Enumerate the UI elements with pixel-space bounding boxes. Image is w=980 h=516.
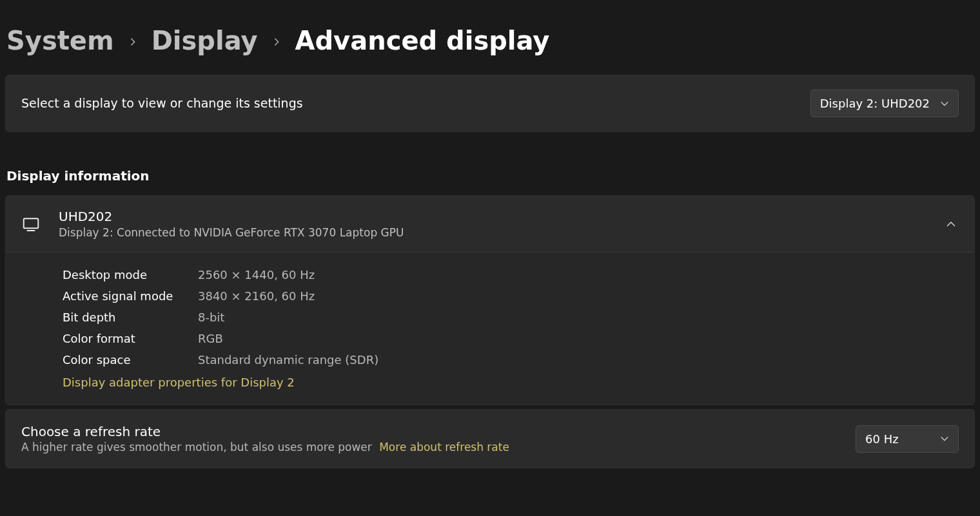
select-display-label: Select a display to view or change its s…	[21, 96, 798, 110]
chevron-down-icon	[940, 434, 949, 443]
detail-value: 2560 × 1440, 60 Hz	[198, 268, 315, 282]
refresh-rate-card: Choose a refresh rate A higher rate give…	[5, 409, 975, 468]
detail-row-bit-depth: Bit depth 8-bit	[63, 307, 959, 328]
detail-row-color-space: Color space Standard dynamic range (SDR)	[63, 349, 959, 370]
detail-row-active-signal-mode: Active signal mode 3840 × 2160, 60 Hz	[63, 285, 959, 307]
detail-value: 8-bit	[198, 311, 224, 324]
detail-row-color-format: Color format RGB	[63, 328, 959, 349]
refresh-rate-subtitle: A higher rate gives smoother motion, but…	[21, 441, 843, 454]
detail-label: Color space	[63, 353, 198, 367]
detail-label: Active signal mode	[63, 289, 198, 303]
detail-label: Bit depth	[63, 311, 198, 324]
detail-label: Color format	[63, 332, 198, 345]
refresh-rate-dropdown[interactable]: 60 Hz	[856, 425, 959, 453]
refresh-rate-title: Choose a refresh rate	[21, 424, 843, 439]
refresh-rate-learn-more-link[interactable]: More about refresh rate	[379, 441, 509, 454]
select-display-card: Select a display to view or change its s…	[5, 75, 975, 132]
detail-value: 3840 × 2160, 60 Hz	[198, 289, 315, 303]
display-select-dropdown[interactable]: Display 2: UHD202	[810, 90, 959, 117]
chevron-right-icon	[128, 31, 137, 50]
chevron-down-icon	[940, 99, 949, 108]
svg-rect-0	[24, 218, 39, 228]
display-name: UHD202	[59, 209, 928, 224]
detail-row-desktop-mode: Desktop mode 2560 × 1440, 60 Hz	[63, 264, 959, 285]
display-information-heading: Display information	[6, 168, 975, 184]
detail-value: Standard dynamic range (SDR)	[198, 353, 378, 367]
chevron-up-icon	[946, 219, 956, 229]
breadcrumb-system[interactable]: System	[6, 26, 114, 55]
display-select-value: Display 2: UHD202	[820, 97, 930, 110]
display-adapter-properties-link[interactable]: Display adapter properties for Display 2	[63, 376, 295, 389]
display-connection-info: Display 2: Connected to NVIDIA GeForce R…	[59, 226, 928, 239]
detail-label: Desktop mode	[63, 268, 198, 282]
breadcrumb-current: Advanced display	[295, 26, 550, 55]
breadcrumb: System Display Advanced display	[5, 0, 975, 75]
breadcrumb-display[interactable]: Display	[152, 26, 258, 55]
monitor-icon	[21, 215, 41, 234]
refresh-rate-value: 60 Hz	[865, 432, 899, 446]
display-info-card: UHD202 Display 2: Connected to NVIDIA Ge…	[5, 195, 975, 405]
display-info-expander[interactable]: UHD202 Display 2: Connected to NVIDIA Ge…	[6, 196, 974, 253]
chevron-right-icon	[272, 31, 281, 50]
detail-value: RGB	[198, 332, 223, 345]
display-details: Desktop mode 2560 × 1440, 60 Hz Active s…	[6, 253, 974, 405]
